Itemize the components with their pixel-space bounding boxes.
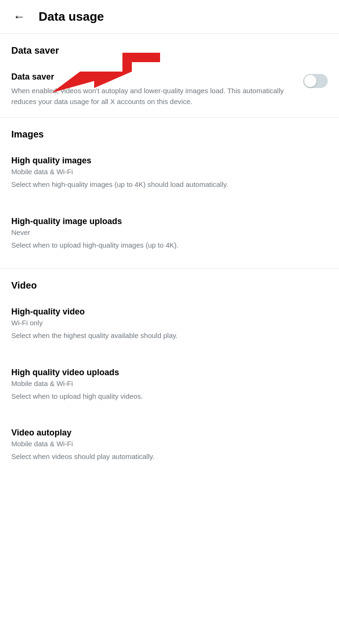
section-header-data-saver: Data saver [11,45,328,56]
setting-row-high-quality-video[interactable]: High-quality videoWi-Fi onlySelect when … [11,298,328,359]
section-images: ImagesHigh quality imagesMobile data & W… [0,118,339,269]
section-video: VideoHigh-quality videoWi-Fi onlySelect … [0,269,339,480]
setting-title-high-quality-video: High-quality video [11,307,328,317]
setting-row-data-saver-toggle[interactable]: Data saverWhen enabled, videos won't aut… [11,64,328,117]
setting-title-video-autoplay: Video autoplay [11,428,328,438]
setting-description-high-quality-video-uploads: Select when to upload high quality video… [11,391,328,402]
toggle-wrapper-data-saver-toggle [303,72,328,88]
setting-title-data-saver-toggle: Data saver [11,72,296,82]
setting-row-video-autoplay[interactable]: Video autoplayMobile data & Wi-FiSelect … [11,419,328,480]
section-header-video: Video [11,280,328,291]
setting-title-high-quality-image-uploads: High-quality image uploads [11,217,328,226]
setting-title-high-quality-images: High quality images [11,156,328,166]
setting-description-high-quality-images: Select when high-quality images (up to 4… [11,179,328,190]
section-header-images: Images [11,129,328,140]
setting-title-high-quality-video-uploads: High quality video uploads [11,368,328,378]
setting-description-video-autoplay: Select when videos should play automatic… [11,451,328,462]
setting-row-high-quality-images[interactable]: High quality imagesMobile data & Wi-FiSe… [11,147,328,208]
toggle-knob-data-saver-toggle [304,75,316,87]
toggle-data-saver-toggle[interactable] [303,74,328,88]
setting-subtitle-high-quality-images: Mobile data & Wi-Fi [11,168,328,176]
setting-description-data-saver-toggle: When enabled, videos won't autoplay and … [11,86,296,107]
setting-subtitle-high-quality-image-uploads: Never [11,228,328,236]
setting-subtitle-video-autoplay: Mobile data & Wi-Fi [11,440,328,448]
setting-description-high-quality-video: Select when the highest quality availabl… [11,330,328,341]
page-title: Data usage [39,9,104,24]
setting-row-high-quality-video-uploads[interactable]: High quality video uploadsMobile data & … [11,359,328,420]
settings-container: Data saverData saverWhen enabled, videos… [0,34,339,480]
setting-row-high-quality-image-uploads[interactable]: High-quality image uploadsNeverSelect wh… [11,208,328,269]
setting-description-high-quality-image-uploads: Select when to upload high-quality image… [11,240,328,251]
section-data-saver: Data saverData saverWhen enabled, videos… [0,34,339,118]
back-button[interactable]: ← [9,8,29,26]
page-header: ← Data usage [0,0,339,34]
setting-subtitle-high-quality-video-uploads: Mobile data & Wi-Fi [11,379,328,387]
setting-subtitle-high-quality-video: Wi-Fi only [11,319,328,327]
setting-content-data-saver-toggle: Data saverWhen enabled, videos won't aut… [11,72,303,109]
